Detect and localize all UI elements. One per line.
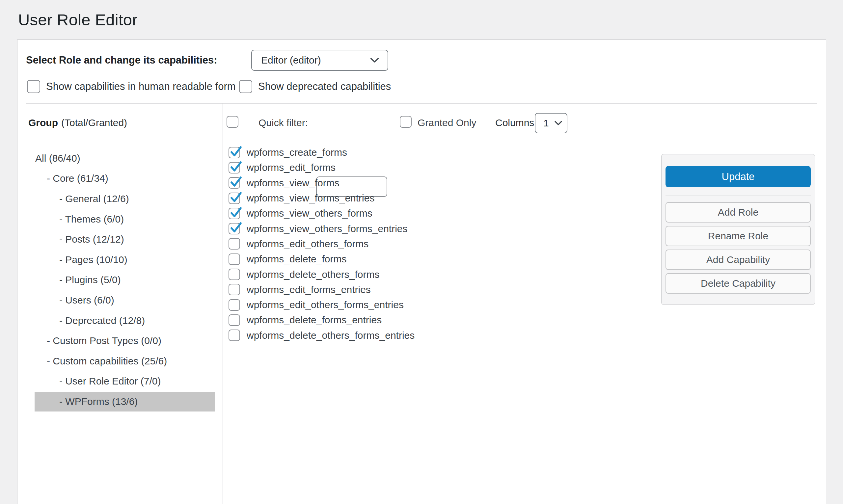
capability-row: wpforms_edit_forms_entries: [229, 282, 415, 297]
update-button[interactable]: Update: [665, 166, 811, 187]
capability-row: wpforms_edit_others_forms_entries: [229, 297, 415, 312]
capability-row: wpforms_create_forms: [229, 145, 415, 160]
capability-row: wpforms_view_others_forms_entries: [229, 221, 415, 236]
capability-label: wpforms_delete_others_forms: [247, 269, 380, 280]
capability-label: wpforms_edit_others_forms_entries: [247, 299, 404, 310]
group-tree-item[interactable]: - Pages (10/10): [17, 250, 222, 270]
group-tree-item[interactable]: - Posts (12/12): [17, 229, 222, 250]
filter-bar: Group (Total/Granted) Quick filter: Gran…: [17, 103, 826, 142]
role-select[interactable]: Editor (editor): [251, 50, 388, 71]
show-deprecated-label: Show deprecated capabilities: [258, 80, 391, 92]
group-tree-item[interactable]: - Themes (6/0): [17, 209, 222, 230]
page-title: User Role Editor: [18, 11, 138, 29]
group-tree: All (86/40) - Core (61/34) - General (12…: [17, 148, 222, 412]
columns-label: Columns:: [495, 103, 537, 142]
group-tree-item[interactable]: - Custom capabilities (25/6): [17, 351, 222, 371]
columns-select[interactable]: 1: [535, 113, 568, 133]
capability-label: wpforms_delete_others_forms_entries: [247, 330, 415, 341]
select-all-checkbox[interactable]: [227, 116, 238, 128]
capability-label: wpforms_view_forms_entries: [247, 193, 374, 204]
capability-checkbox[interactable]: [229, 314, 240, 326]
delete-capability-button[interactable]: Delete Capability: [665, 273, 811, 294]
granted-only-label: Granted Only: [417, 103, 476, 142]
role-select-row: Select Role and change its capabilities:: [26, 50, 217, 71]
add-role-button[interactable]: Add Role: [665, 202, 811, 222]
capability-row: wpforms_edit_forms: [229, 160, 415, 175]
capability-row: wpforms_edit_others_forms: [229, 236, 415, 252]
capability-checkbox[interactable]: [229, 253, 240, 265]
capability-label: wpforms_edit_forms: [247, 162, 336, 173]
granted-only-checkbox[interactable]: [400, 116, 412, 128]
user-role-editor-panel: Select Role and change its capabilities:…: [17, 39, 826, 504]
actions-panel: Update Add RoleRename RoleAdd Capability…: [661, 154, 815, 305]
display-options-row: Show capabilities in human readable form…: [17, 80, 826, 93]
capability-checkbox[interactable]: [229, 269, 240, 280]
group-column-header: Group (Total/Granted): [28, 103, 127, 142]
group-tree-item[interactable]: - Core (61/34): [17, 168, 222, 189]
columns-select-value: 1: [543, 118, 549, 129]
add-capability-button[interactable]: Add Capability: [665, 250, 811, 270]
group-tree-item[interactable]: - Plugins (5/0): [17, 270, 222, 290]
group-tree-item[interactable]: - Users (6/0): [17, 290, 222, 310]
chevron-down-icon: [370, 58, 379, 63]
capability-row: wpforms_delete_others_forms: [229, 267, 415, 282]
secondary-actions: Add RoleRename RoleAdd CapabilityDelete …: [665, 202, 811, 294]
group-suffix: (Total/Granted): [61, 117, 127, 128]
capability-checkbox[interactable]: [229, 193, 240, 204]
rename-role-button[interactable]: Rename Role: [665, 226, 811, 246]
capability-checkbox[interactable]: [229, 299, 240, 311]
capability-checkbox[interactable]: [229, 223, 240, 234]
capabilities-list: wpforms_create_forms wpforms_edit_forms …: [229, 145, 415, 343]
capability-checkbox[interactable]: [229, 284, 240, 295]
group-tree-item[interactable]: - General (12/6): [17, 188, 222, 209]
capability-checkbox[interactable]: [229, 162, 240, 174]
capability-row: wpforms_view_others_forms: [229, 206, 415, 221]
capability-row: wpforms_view_forms: [229, 176, 415, 191]
capability-label: wpforms_view_others_forms_entries: [247, 223, 408, 234]
capability-label: wpforms_view_others_forms: [247, 208, 373, 219]
group-tree-item[interactable]: - WPForms (13/6): [17, 391, 222, 412]
capability-row: wpforms_view_forms_entries: [229, 191, 415, 206]
capability-row: wpforms_delete_others_forms_entries: [229, 328, 415, 343]
group-tree-item[interactable]: All (86/40): [17, 148, 222, 168]
group-label: Group: [28, 117, 58, 128]
show-deprecated-checkbox[interactable]: [239, 80, 252, 93]
capability-row: wpforms_delete_forms: [229, 252, 415, 267]
column-divider: [222, 103, 223, 504]
capability-label: wpforms_delete_forms: [247, 253, 346, 265]
capability-checkbox[interactable]: [229, 238, 240, 250]
separator: [665, 196, 811, 196]
capability-row: wpforms_delete_forms_entries: [229, 312, 415, 327]
group-tree-item[interactable]: - Custom Post Types (0/0): [17, 330, 222, 351]
capability-label: wpforms_delete_forms_entries: [247, 314, 382, 326]
capability-label: wpforms_create_forms: [247, 147, 347, 158]
show-human-readable-label: Show capabilities in human readable form: [46, 80, 236, 92]
quick-filter-label: Quick filter:: [258, 103, 308, 142]
capability-checkbox[interactable]: [229, 147, 240, 158]
show-human-readable-checkbox[interactable]: [27, 80, 40, 93]
capability-checkbox[interactable]: [229, 177, 240, 188]
capability-label: wpforms_edit_forms_entries: [247, 284, 371, 295]
group-tree-item[interactable]: - Deprecated (12/8): [17, 310, 222, 331]
role-select-value: Editor (editor): [261, 55, 321, 66]
capability-checkbox[interactable]: [229, 208, 240, 219]
role-select-label: Select Role and change its capabilities:: [26, 54, 217, 66]
separator: [26, 142, 817, 142]
group-tree-item[interactable]: - User Role Editor (7/0): [17, 371, 222, 392]
capability-label: wpforms_view_forms: [247, 177, 340, 188]
capability-checkbox[interactable]: [229, 329, 240, 341]
chevron-down-icon: [555, 121, 562, 125]
capability-label: wpforms_edit_others_forms: [247, 238, 369, 250]
